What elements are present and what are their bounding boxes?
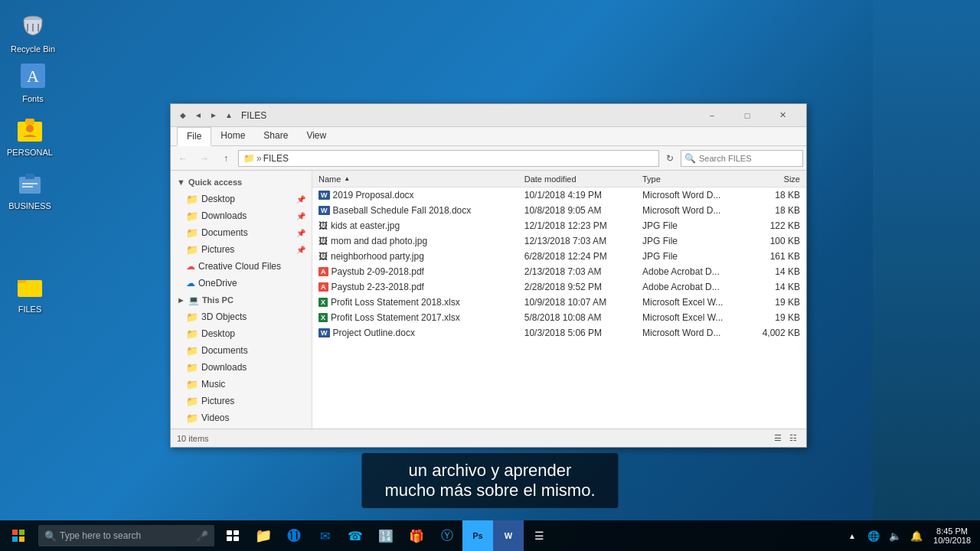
- title-nav-next[interactable]: ►: [207, 109, 220, 122]
- sidebar-item-desktop-qa[interactable]: 📁 Desktop 📌: [171, 191, 312, 207]
- clock[interactable]: 8:45 PM 10/9/2018: [927, 520, 977, 551]
- close-button[interactable]: ✕: [765, 104, 800, 127]
- sidebar-item-onedrive[interactable]: ☁ OneDrive: [171, 275, 312, 292]
- file-name: 🖼 mom and dad photo.jpg: [315, 236, 521, 246]
- pin-icon: 📌: [296, 195, 305, 204]
- pin-icon: 📌: [296, 229, 305, 237]
- desktop-icon-fonts[interactable]: A Fonts: [6, 57, 60, 106]
- file-size: 19 KB: [750, 312, 803, 323]
- svg-rect-18: [227, 530, 232, 535]
- task-view-button[interactable]: [217, 520, 248, 551]
- table-row[interactable]: W Baseball Schedule Fall 2018.docx 10/8/…: [312, 203, 806, 218]
- refresh-button[interactable]: ↻: [662, 151, 678, 166]
- desktop-icon-business[interactable]: BUSINESS: [3, 165, 57, 214]
- taskbar-extra-button[interactable]: ☰: [524, 520, 554, 551]
- up-button[interactable]: ↑: [217, 149, 235, 168]
- system-tray-chevron[interactable]: ▲: [841, 520, 863, 551]
- sidebar-item-pictures-qa[interactable]: 📁 Pictures 📌: [171, 241, 312, 258]
- minimize-button[interactable]: −: [694, 104, 730, 127]
- taskbar-skype-button[interactable]: ☎: [340, 520, 371, 551]
- sidebar-item-documents-qa[interactable]: 📁 Documents 📌: [171, 224, 312, 241]
- folder-icon: 📁: [186, 311, 198, 323]
- file-date: 10/1/2018 4:19 PM: [521, 190, 639, 201]
- back-button[interactable]: ←: [174, 149, 192, 168]
- file-rows-container: W 2019 Proposal.docx 10/1/2018 4:19 PM M…: [312, 187, 806, 341]
- taskbar-calculator-button[interactable]: 🔢: [371, 520, 401, 551]
- address-path[interactable]: 📁 » FILES: [238, 150, 659, 167]
- path-part: 📁: [243, 153, 255, 164]
- title-nav-prev[interactable]: ◄: [192, 109, 204, 122]
- cloud-icon: ☁: [186, 261, 195, 272]
- table-row[interactable]: W 2019 Proposal.docx 10/1/2018 4:19 PM M…: [312, 187, 806, 203]
- file-name: 🖼 neighborhood party.jpg: [315, 251, 521, 262]
- svg-rect-1: [27, 24, 28, 31]
- svg-rect-21: [234, 536, 239, 541]
- file-type: Adobe Acrobat D...: [639, 282, 750, 292]
- col-header-name[interactable]: Name ▲: [315, 171, 521, 187]
- table-row[interactable]: W Project Outline.docx 10/3/2018 5:06 PM…: [312, 325, 806, 341]
- taskbar-outlook-button[interactable]: ✉: [309, 520, 340, 551]
- folder-icon: 📁: [186, 412, 198, 424]
- table-row[interactable]: X Profit Loss Statement 2018.xlsx 10/9/2…: [312, 295, 806, 310]
- details-view-icon[interactable]: ☰: [771, 432, 785, 445]
- folder-icon: 📁: [186, 396, 198, 407]
- search-input[interactable]: [699, 154, 799, 163]
- table-row[interactable]: 🖼 kids at easter.jpg 12/1/2018 12:23 PM …: [312, 218, 806, 233]
- sidebar-quick-access-header[interactable]: ▼ Quick access: [171, 174, 312, 191]
- forward-button[interactable]: →: [195, 149, 214, 168]
- table-row[interactable]: X Profit Loss Statement 2017.xlsx 5/8/20…: [312, 310, 806, 325]
- taskbar-edge-button[interactable]: ⓫: [279, 520, 309, 551]
- start-button[interactable]: [0, 520, 37, 551]
- large-icons-view-icon[interactable]: ☷: [786, 432, 800, 445]
- taskbar-search-input[interactable]: [60, 530, 196, 541]
- sidebar-item-pictures-pc[interactable]: 📁 Pictures: [171, 393, 312, 409]
- file-size: 18 KB: [750, 190, 803, 201]
- sidebar-item-music[interactable]: 📁 Music: [171, 376, 312, 393]
- table-row[interactable]: A Paystub 2-09-2018.pdf 2/13/2018 7:03 A…: [312, 264, 806, 279]
- file-date: 10/9/2018 10:07 AM: [521, 297, 639, 308]
- table-row[interactable]: 🖼 mom and dad photo.jpg 12/13/2018 7:03 …: [312, 233, 806, 249]
- desktop-icon-personal[interactable]: PERSONAL: [3, 111, 57, 160]
- taskbar-ps-button[interactable]: Ps: [462, 520, 493, 551]
- tab-file[interactable]: File: [177, 127, 211, 146]
- table-row[interactable]: A Paystub 2-23-2018.pdf 2/28/2018 9:52 P…: [312, 279, 806, 295]
- sidebar-item-creative-cloud[interactable]: ☁ Creative Cloud Files: [171, 258, 312, 275]
- taskbar: 🔍 🎤 📁 ⓫ ✉ ☎ 🔢 🎁 Ⓨ Ps W ☰: [0, 520, 980, 551]
- tab-view[interactable]: View: [297, 127, 335, 145]
- file-size: 161 KB: [750, 251, 803, 262]
- maximize-button[interactable]: □: [730, 104, 765, 127]
- taskbar-store-button[interactable]: 🎁: [401, 520, 432, 551]
- title-nav-up[interactable]: ▲: [223, 109, 235, 122]
- tab-home[interactable]: Home: [211, 127, 254, 145]
- sidebar-item-downloads-pc[interactable]: 📁 Downloads: [171, 359, 312, 376]
- col-header-type[interactable]: Type: [639, 171, 750, 187]
- taskbar-explorer-button[interactable]: 📁: [248, 520, 279, 551]
- file-size: 14 KB: [750, 282, 803, 292]
- file-date: 5/8/2018 10:08 AM: [521, 312, 639, 323]
- desktop-icon-files[interactable]: FILES: [3, 268, 57, 317]
- tab-share[interactable]: Share: [254, 127, 297, 145]
- svg-text:A: A: [27, 67, 39, 86]
- svg-rect-7: [25, 119, 34, 125]
- desktop-icon-recycle-bin[interactable]: Recycle Bin: [6, 8, 60, 57]
- sidebar-item-documents-pc[interactable]: 📁 Documents: [171, 342, 312, 359]
- col-header-date[interactable]: Date modified: [521, 171, 639, 187]
- folder-icon: 📁: [186, 210, 198, 222]
- notification-icon[interactable]: 🔔: [906, 520, 927, 551]
- network-status-icon[interactable]: 🌐: [863, 520, 884, 551]
- folder-icon: 📁: [186, 362, 198, 373]
- sidebar-item-3d-objects[interactable]: 📁 3D Objects: [171, 308, 312, 325]
- folder-icon: 📁: [186, 194, 198, 205]
- col-header-size[interactable]: Size: [750, 171, 803, 187]
- sidebar-item-desktop-pc[interactable]: 📁 Desktop: [171, 325, 312, 342]
- table-row[interactable]: 🖼 neighborhood party.jpg 6/28/2018 12:24…: [312, 249, 806, 264]
- sidebar: ▼ Quick access 📁 Desktop 📌 📁 Downloads 📌…: [171, 171, 312, 429]
- volume-icon[interactable]: 🔈: [884, 520, 906, 551]
- title-nav-back[interactable]: ◆: [177, 109, 189, 122]
- taskbar-word-button[interactable]: W: [493, 520, 524, 551]
- sidebar-item-downloads-qa[interactable]: 📁 Downloads 📌: [171, 207, 312, 224]
- taskbar-search-box[interactable]: 🔍 🎤: [38, 525, 214, 546]
- sidebar-item-videos[interactable]: 📁 Videos: [171, 409, 312, 426]
- sidebar-this-pc-header[interactable]: ► 💻 This PC: [171, 292, 312, 308]
- taskbar-ie-button[interactable]: Ⓨ: [432, 520, 462, 551]
